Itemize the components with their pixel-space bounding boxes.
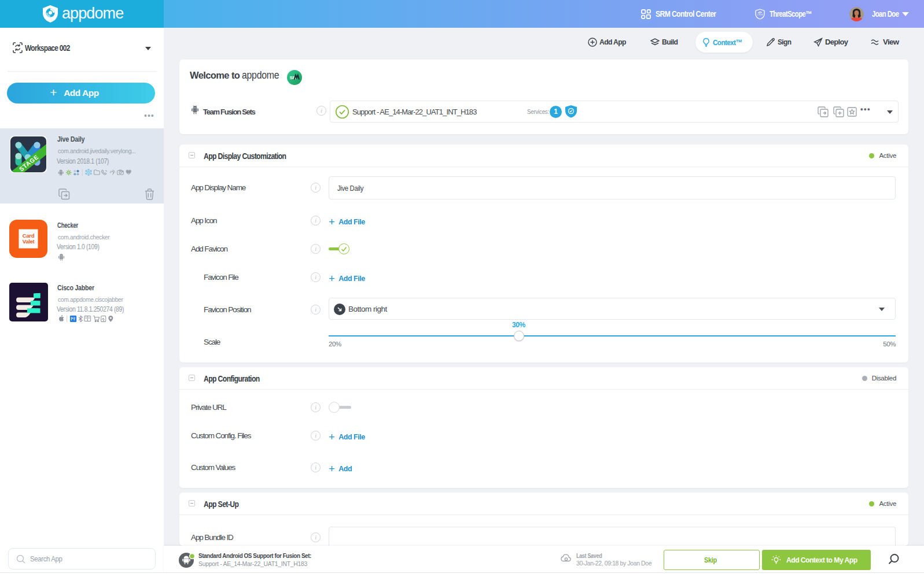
svg-text:Valet: Valet bbox=[23, 238, 35, 245]
